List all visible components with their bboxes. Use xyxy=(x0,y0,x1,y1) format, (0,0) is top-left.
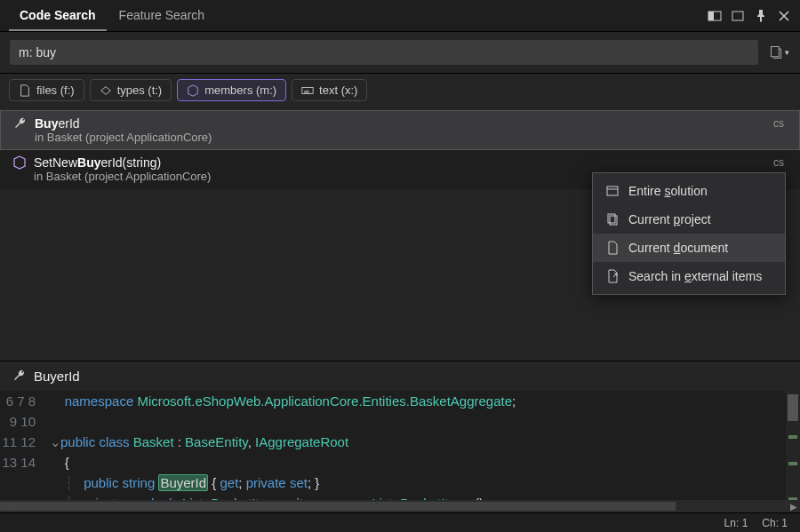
filter-row: files (f:) types (t:) members (m:) abtex… xyxy=(0,74,800,110)
result-item[interactable]: BuyerId cs in Basket (project Applicatio… xyxy=(0,110,800,150)
scope-current-document[interactable]: Current document xyxy=(593,234,785,262)
result-title: SetNewBuyerId(string) xyxy=(34,155,161,170)
close-icon[interactable] xyxy=(777,9,791,23)
project-icon xyxy=(605,212,620,226)
filter-members[interactable]: members (m:) xyxy=(177,79,286,101)
preview-pane: BuyerId 6 7 8 9 10 11 12 13 14 namespace… xyxy=(0,361,800,533)
status-col: Ch: 1 xyxy=(762,517,788,529)
result-badge: cs xyxy=(773,156,784,169)
tab-feature-search[interactable]: Feature Search xyxy=(108,1,216,31)
filter-types[interactable]: types (t:) xyxy=(90,79,172,101)
window-icon[interactable] xyxy=(731,9,745,23)
tab-code-search[interactable]: Code Search xyxy=(9,1,107,31)
search-tabs: Code Search Feature Search xyxy=(9,1,215,31)
svg-rect-2 xyxy=(732,12,743,20)
result-badge: cs xyxy=(773,117,784,130)
search-input[interactable] xyxy=(9,39,759,66)
code-editor[interactable]: 6 7 8 9 10 11 12 13 14 namespace Microso… xyxy=(0,391,800,501)
preview-header: BuyerId xyxy=(0,361,800,391)
scroll-thumb[interactable] xyxy=(0,502,676,511)
method-icon xyxy=(12,155,27,170)
pin-icon[interactable] xyxy=(754,9,768,23)
scroll-marker xyxy=(788,435,797,439)
dock-icon[interactable] xyxy=(708,9,722,23)
scroll-thumb[interactable] xyxy=(788,394,798,421)
results-list: BuyerId cs in Basket (project Applicatio… xyxy=(0,110,800,189)
preview-title: BuyerId xyxy=(34,369,80,384)
titlebar: Code Search Feature Search xyxy=(0,0,800,32)
svg-rect-6 xyxy=(607,187,618,195)
window-controls xyxy=(708,9,791,23)
horizontal-scrollbar[interactable]: ◀ ▶ xyxy=(0,500,800,512)
wrench-icon xyxy=(13,116,28,131)
wrench-icon xyxy=(12,369,27,383)
scope-entire-solution[interactable]: Entire solution xyxy=(593,177,785,205)
filter-files[interactable]: files (f:) xyxy=(9,79,84,101)
scope-current-project[interactable]: Current project xyxy=(593,205,785,234)
filter-text[interactable]: abtext (x:) xyxy=(292,79,367,101)
code-body: namespace Microsoft.eShopWeb.Application… xyxy=(50,391,800,501)
solution-icon xyxy=(605,184,620,198)
status-line: Ln: 1 xyxy=(724,517,748,529)
scroll-right-arrow[interactable]: ▶ xyxy=(788,502,800,512)
scope-dropdown: Entire solution Current project Current … xyxy=(592,172,786,295)
svg-text:ab: ab xyxy=(304,87,310,93)
line-gutter: 6 7 8 9 10 11 12 13 14 xyxy=(0,391,50,501)
svg-rect-3 xyxy=(771,47,779,57)
external-icon xyxy=(605,269,620,283)
scope-external-items[interactable]: Search in external items xyxy=(593,262,785,290)
status-bar: Ln: 1 Ch: 1 xyxy=(0,512,800,532)
document-icon xyxy=(605,241,620,255)
vertical-scrollbar[interactable] xyxy=(786,391,800,501)
search-row: ▾ xyxy=(0,32,800,74)
scroll-marker xyxy=(788,462,797,465)
svg-rect-1 xyxy=(708,12,714,20)
scope-dropdown-button[interactable]: ▾ xyxy=(766,40,791,65)
result-sub: in Basket (project ApplicationCore) xyxy=(13,131,787,144)
result-title: BuyerId xyxy=(35,116,80,131)
